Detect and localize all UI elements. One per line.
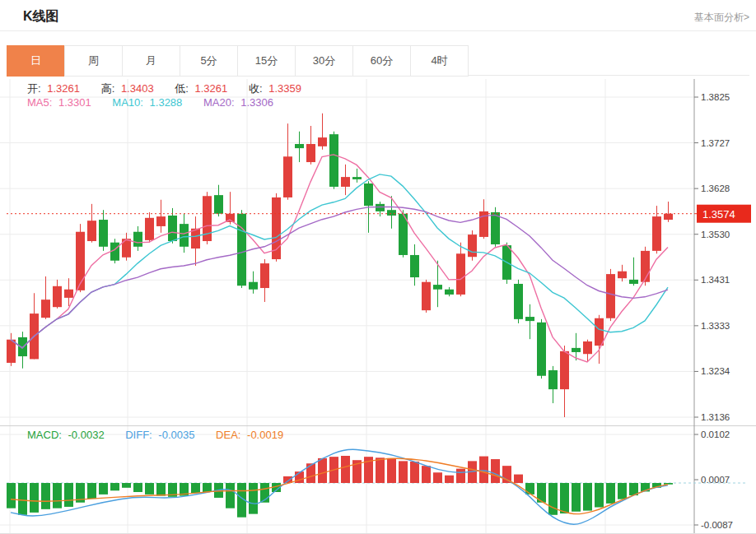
price-tick-label: 1.3136 (701, 412, 730, 422)
period-tabs: 日周月5分15分30分60分4时 (7, 45, 469, 77)
candle (410, 255, 419, 277)
page-title: K线图 (23, 8, 59, 26)
macd-tick-label: 0.0102 (701, 430, 730, 439)
macd-bar (122, 483, 131, 488)
period-tab-1[interactable]: 日 (7, 45, 65, 77)
macd-bar (318, 458, 327, 483)
macd-bar (445, 476, 454, 483)
macd-bar (156, 483, 166, 496)
candle (433, 285, 442, 290)
candle (180, 224, 189, 247)
macd-tick-label: -0.0087 (701, 520, 733, 530)
macd-bar (410, 462, 419, 483)
last-price-tag-text: 1.3574 (702, 208, 735, 221)
close-label: 收: (249, 82, 263, 95)
macd-bar (387, 458, 396, 483)
ma-legend-row: MA5: 1.3301 MA10: 1.3288 MA20: 1.3306 (27, 96, 277, 109)
period-tab-2[interactable]: 周 (64, 45, 123, 77)
macd-bar (502, 466, 511, 483)
dea-line (11, 458, 668, 513)
candle (468, 234, 477, 257)
price-tick-label: 1.3530 (701, 230, 730, 239)
candle (214, 195, 223, 214)
period-tab-4[interactable]: 5分 (180, 45, 238, 77)
macd-label: MACD: (27, 429, 62, 441)
candle (652, 216, 661, 251)
macd-bar (583, 483, 592, 511)
open-label: 开: (27, 82, 41, 95)
fundamental-analysis-link[interactable]: 基本面分析> (694, 11, 749, 25)
macd-bar (572, 483, 581, 512)
candle (641, 251, 650, 282)
low-value: 1.3261 (195, 82, 228, 95)
macd-bar (41, 483, 50, 509)
candle (548, 370, 558, 389)
candle (525, 317, 534, 321)
candle (306, 144, 315, 162)
macd-bar (226, 483, 235, 508)
macd-bar (133, 483, 142, 492)
macd-bar (53, 483, 62, 508)
ma5-line (11, 155, 668, 362)
candle (318, 137, 327, 146)
diff-label: DIFF: (125, 429, 152, 441)
candle (64, 290, 73, 298)
macd-bar (30, 483, 39, 513)
macd-bar (664, 483, 673, 485)
macd-bar (399, 461, 408, 483)
macd-bar (433, 472, 442, 483)
macd-bar (525, 483, 534, 495)
candle (445, 290, 454, 295)
candle (491, 212, 500, 244)
candle (145, 218, 154, 240)
candle (295, 144, 304, 148)
high-label: 高: (101, 82, 115, 95)
dea-label: DEA: (216, 429, 240, 441)
candle (387, 210, 396, 216)
price-tick-label: 1.3333 (701, 321, 730, 331)
candle (537, 323, 546, 376)
close-value: 1.3359 (268, 82, 301, 95)
macd-bar (99, 483, 108, 495)
macd-bar (479, 457, 488, 483)
candle (87, 221, 96, 241)
macd-bar (618, 483, 627, 499)
candle (352, 177, 362, 179)
macd-bar (606, 483, 615, 504)
candle (156, 216, 166, 226)
candle (237, 214, 246, 286)
candle (283, 156, 292, 197)
candle (53, 286, 62, 307)
period-tab-8[interactable]: 4时 (410, 45, 469, 77)
candle (168, 216, 177, 241)
macd-bar (191, 483, 200, 493)
macd-bar (203, 483, 212, 492)
macd-bar (87, 483, 96, 499)
period-tab-6[interactable]: 30分 (295, 45, 353, 77)
macd-bar (560, 483, 569, 513)
period-tab-3[interactable]: 月 (122, 45, 180, 77)
period-tab-7[interactable]: 60分 (352, 45, 411, 77)
candle (618, 272, 627, 278)
ma5-value: 1.3301 (58, 96, 91, 109)
candle (260, 263, 269, 288)
candle (376, 204, 385, 211)
candle (629, 280, 638, 284)
candle (41, 300, 50, 318)
macd-bar (18, 483, 27, 515)
high-value: 1.3403 (121, 82, 154, 95)
diff-value: -0.0035 (158, 429, 194, 441)
price-tick-label: 1.3727 (701, 138, 730, 148)
price-tick-label: 1.3234 (701, 366, 730, 376)
macd-bar (514, 475, 523, 483)
candle (514, 284, 523, 319)
candle (664, 214, 673, 220)
price-tick-label: 1.3431 (701, 275, 730, 285)
ma20-line (11, 207, 668, 348)
macd-bar (306, 463, 315, 483)
macd-legend-row: MACD: -0.0032 DIFF: -0.0035 DEA: -0.0019 (27, 429, 287, 441)
macd-bar (249, 483, 258, 514)
candle (76, 232, 85, 290)
period-tab-5[interactable]: 15分 (237, 45, 296, 77)
candle (133, 232, 142, 247)
